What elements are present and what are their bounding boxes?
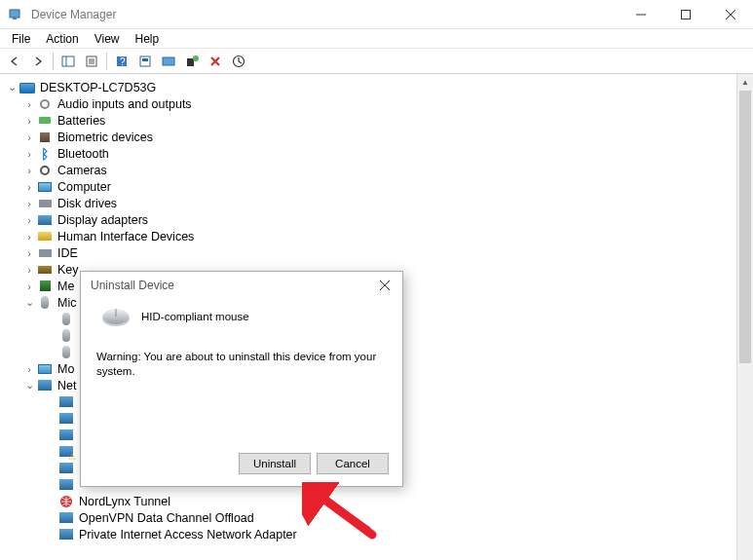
tree-category[interactable]: ›ᛒBluetooth: [0, 145, 753, 162]
expand-icon[interactable]: ›: [21, 247, 37, 259]
globe-red-icon: [58, 494, 74, 509]
collapse-icon[interactable]: ⌄: [21, 296, 37, 309]
tree-category[interactable]: ›Disk drives: [0, 195, 753, 211]
network-adapter-icon: [58, 461, 74, 476]
keyboard-icon: [37, 262, 53, 278]
tree-item-label: IDE: [56, 246, 78, 260]
scroll-thumb[interactable]: [739, 91, 751, 363]
tree-category[interactable]: ›IDE: [0, 244, 753, 261]
tree-category[interactable]: ›Human Interface Devices: [0, 228, 753, 244]
hid-icon: [37, 229, 53, 244]
tree-category[interactable]: ›Cameras: [0, 162, 753, 178]
expand-icon[interactable]: ›: [21, 198, 37, 209]
menu-help[interactable]: Help: [128, 30, 168, 48]
update-driver-button[interactable]: [228, 51, 249, 72]
dialog-title: Uninstall Device: [91, 279, 371, 292]
svg-rect-17: [187, 58, 194, 66]
close-button[interactable]: [708, 0, 753, 29]
menu-file[interactable]: File: [4, 30, 38, 48]
svg-point-18: [193, 56, 199, 61]
tree-root-label: DESKTOP-LC7D53G: [39, 81, 156, 94]
tree-device[interactable]: OpenVPN Data Channel Offload: [0, 509, 753, 526]
help-button[interactable]: ?: [111, 51, 132, 72]
properties-button[interactable]: [81, 51, 102, 72]
mouse-icon: [37, 295, 53, 311]
vertical-scrollbar[interactable]: ▲: [736, 74, 753, 560]
mouse-large-icon: [100, 305, 132, 328]
tree-category[interactable]: ›Display adapters: [0, 211, 753, 228]
tree-category[interactable]: ›Computer: [0, 178, 753, 195]
expand-icon[interactable]: ›: [21, 165, 37, 176]
tree-item-label: Display adapters: [56, 213, 148, 227]
cancel-button[interactable]: Cancel: [317, 453, 389, 474]
forward-button[interactable]: [27, 51, 49, 72]
add-device-button[interactable]: [181, 51, 203, 72]
network-adapter-icon: [58, 510, 74, 526]
dialog-device-row: HID-compliant mouse: [96, 305, 387, 328]
back-button[interactable]: [4, 51, 25, 72]
uninstall-button[interactable]: Uninstall: [239, 453, 311, 474]
action-button[interactable]: [134, 51, 156, 72]
expand-icon[interactable]: ›: [21, 181, 37, 193]
network-adapter-icon: [58, 394, 74, 410]
expand-icon[interactable]: ›: [21, 148, 37, 160]
bluetooth-icon: ᛒ: [37, 146, 53, 162]
tree-root[interactable]: ⌄ DESKTOP-LC7D53G: [0, 79, 753, 95]
maximize-button[interactable]: [663, 0, 708, 29]
network-adapter-warn-icon: [58, 444, 74, 460]
expand-icon[interactable]: ›: [21, 363, 37, 375]
collapse-icon[interactable]: ⌄: [21, 379, 37, 392]
tree-item-label: NordLynx Tunnel: [78, 495, 170, 508]
tree-item-label: Mo: [56, 362, 74, 376]
network-adapter-icon: [58, 428, 74, 443]
mouse-icon: [58, 345, 74, 360]
device-manager-icon: [8, 7, 23, 22]
scan-hardware-button[interactable]: [158, 51, 179, 72]
menu-action[interactable]: Action: [38, 30, 86, 48]
menubar: File Action View Help: [0, 29, 753, 49]
fingerprint-icon: [37, 130, 53, 145]
ide-icon: [37, 245, 53, 261]
expand-icon[interactable]: ›: [21, 214, 37, 226]
expand-icon[interactable]: ›: [21, 115, 37, 127]
network-adapter-icon: [58, 527, 74, 542]
disk-icon: [37, 196, 53, 211]
sound-icon: [37, 96, 53, 112]
svg-rect-16: [163, 57, 174, 65]
monitor-icon: [37, 361, 53, 377]
tree-item-label: Human Interface Devices: [56, 230, 194, 243]
scroll-up-button[interactable]: ▲: [737, 74, 753, 91]
tree-device[interactable]: Private Internet Access Network Adapter: [0, 526, 753, 542]
computer-icon: [37, 179, 53, 195]
expand-icon[interactable]: ›: [21, 231, 37, 243]
expand-icon[interactable]: ›: [21, 264, 37, 276]
tree-item-label: Cameras: [56, 164, 107, 177]
tree-item-label: Computer: [56, 180, 111, 194]
tree-category[interactable]: ›Biometric devices: [0, 129, 753, 145]
uninstall-button[interactable]: [205, 51, 226, 72]
svg-text:?: ?: [120, 56, 126, 67]
tree-category[interactable]: ›Batteries: [0, 112, 753, 129]
expand-icon[interactable]: ›: [21, 131, 37, 143]
mouse-icon: [58, 328, 74, 344]
expand-icon[interactable]: ›: [21, 280, 37, 292]
tree-device[interactable]: NordLynx Tunnel: [0, 493, 753, 509]
tree-item-label: Bluetooth: [56, 147, 109, 161]
dialog-close-button[interactable]: [371, 274, 398, 297]
toolbar: ?: [0, 49, 753, 74]
expand-icon[interactable]: ›: [21, 98, 37, 110]
toolbar-separator: [53, 53, 54, 70]
window-title: Device Manager: [31, 8, 619, 21]
tree-item-label: Batteries: [56, 114, 105, 128]
collapse-icon[interactable]: ⌄: [4, 81, 19, 93]
battery-icon: [37, 113, 53, 129]
svg-rect-15: [142, 58, 148, 61]
minimize-button[interactable]: [619, 0, 663, 29]
show-hide-tree-button[interactable]: [57, 51, 79, 72]
menu-view[interactable]: View: [87, 30, 128, 48]
svg-rect-6: [62, 56, 74, 66]
tree-category[interactable]: ›Audio inputs and outputs: [0, 95, 753, 112]
tree-item-label: OpenVPN Data Channel Offload: [78, 511, 254, 525]
dialog-titlebar[interactable]: Uninstall Device: [81, 272, 402, 299]
tree-item-label: Me: [56, 280, 74, 293]
